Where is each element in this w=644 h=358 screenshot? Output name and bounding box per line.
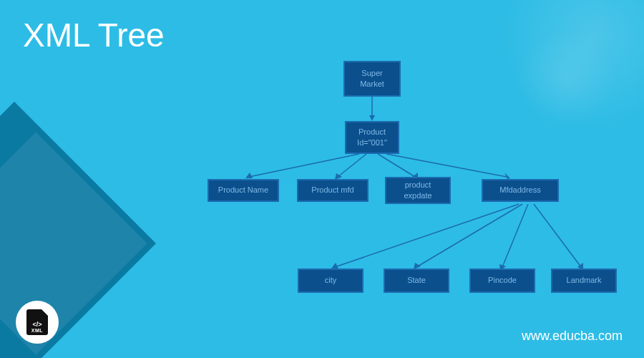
node-root-supermarket: Super Market <box>343 61 401 97</box>
xml-tree-diagram: Super Market Product Id="001" Product Na… <box>200 61 630 333</box>
node-text-line: Super <box>361 68 382 79</box>
svg-line-12 <box>416 204 522 267</box>
svg-line-4 <box>338 154 366 177</box>
node-text: Pincode <box>488 275 517 286</box>
node-text: city <box>325 275 337 286</box>
svg-line-10 <box>335 204 519 267</box>
node-text-line: Product <box>358 127 386 137</box>
node-text: Landmark <box>567 275 602 286</box>
node-mfdaddress: Mfdaddress <box>482 179 559 202</box>
svg-marker-9 <box>504 173 510 179</box>
xml-icon-label: XML <box>31 328 43 333</box>
node-text-line: Market <box>360 79 384 90</box>
svg-marker-11 <box>331 263 338 268</box>
node-city: city <box>298 268 364 293</box>
node-product: Product Id="001" <box>345 121 399 154</box>
page-title: XML Tree <box>23 16 165 54</box>
node-product-name: Product Name <box>208 179 279 202</box>
xml-file-icon-body: </> XML <box>26 309 48 335</box>
svg-marker-3 <box>245 173 253 178</box>
node-text-line: Id="001" <box>357 137 387 148</box>
svg-line-2 <box>249 154 359 177</box>
xml-icon-bracket: </> <box>32 321 42 328</box>
node-text-line: product <box>405 180 431 190</box>
node-text: Product Name <box>218 185 268 195</box>
svg-line-14 <box>502 204 528 267</box>
xml-file-icon: </> XML <box>16 301 59 344</box>
node-text: Product mfd <box>311 185 353 195</box>
node-text: State <box>407 275 426 286</box>
node-product-expdate: product expdate <box>385 177 451 204</box>
svg-line-8 <box>386 154 507 177</box>
node-text: Mfdaddress <box>499 185 540 195</box>
svg-line-6 <box>378 154 415 177</box>
node-landmark: Landmark <box>551 268 617 293</box>
node-product-mfd: Product mfd <box>297 179 369 202</box>
svg-marker-1 <box>369 115 375 121</box>
svg-line-16 <box>534 204 581 267</box>
node-text-line: expdate <box>404 190 431 201</box>
node-state: State <box>384 268 449 293</box>
node-pincode: Pincode <box>469 268 535 293</box>
